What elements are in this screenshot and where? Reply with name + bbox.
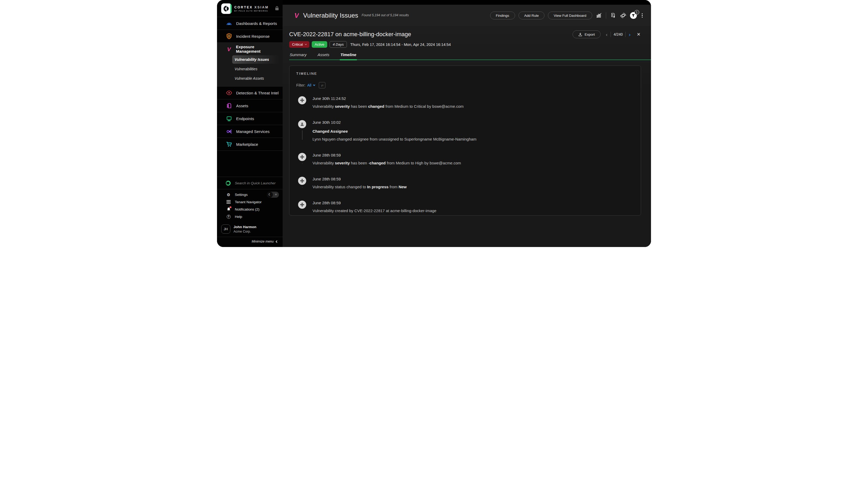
timeline-filter-select[interactable]: All xyxy=(307,83,315,87)
bell-icon xyxy=(226,207,231,211)
timeline-entry-body: Vulnerability severity has been -changed… xyxy=(313,161,461,165)
sidebar-item-incident-response[interactable]: Incident Response xyxy=(217,30,282,42)
managed-services-icon xyxy=(226,128,233,135)
help-icon: ? xyxy=(226,215,231,219)
timeline-entry-title: Changed Assignee xyxy=(313,129,477,133)
plus-icon xyxy=(298,201,306,209)
light-mode-sun-icon[interactable]: ☀ xyxy=(273,192,279,198)
timeline-entry: June 28th 08:59Vulnerability status chan… xyxy=(298,177,634,201)
page-title: Vulnerability Issues xyxy=(303,12,358,19)
sidebar-item-settings[interactable]: ⚙ Settings ☾ ☀ xyxy=(217,191,282,198)
dark-mode-moon-icon[interactable]: ☾ xyxy=(267,192,273,198)
grid-icon xyxy=(226,200,231,204)
app-window: CORTEX XSIAM BY PALO ALTO NETWORKS Dashb… xyxy=(217,0,651,247)
sidebar-item-dashboards-reports[interactable]: Dashboards & Reports xyxy=(217,17,282,30)
main-content: V Vulnerability Issues Found 5,194 out o… xyxy=(282,0,651,247)
timeline-entry-time: June 28th 08:59 xyxy=(313,177,407,181)
tab-timeline[interactable]: Timeline xyxy=(340,53,357,60)
sidebar-item-marketplace[interactable]: Marketplace xyxy=(217,138,282,151)
add-rule-button[interactable]: Add Rule xyxy=(518,12,545,19)
timeline-entry: June 28th 08:59Vulnerability created by … xyxy=(298,201,634,213)
sidebar-item-vulnerable-assets[interactable]: Vulnerable Assets xyxy=(232,74,279,82)
findings-button[interactable]: Findings xyxy=(490,12,515,19)
severity-badge[interactable]: Critical xyxy=(289,41,309,48)
refresh-icon[interactable] xyxy=(620,12,627,19)
sidebar-item-notifications[interactable]: Notifications (2) xyxy=(217,206,282,213)
top-strip xyxy=(282,0,651,5)
issue-detail-panel: CVE-2022-22817 on acme-billing-docker-im… xyxy=(282,26,651,247)
previous-record-icon[interactable]: ‹ xyxy=(605,32,608,37)
assets-icon xyxy=(226,102,233,109)
sidebar-item-tenant-navigator[interactable]: Tenant Navigator xyxy=(217,198,282,206)
minimize-menu-button[interactable]: Minimize menu xyxy=(217,237,282,247)
sort-order-button[interactable]: ↓↑ xyxy=(319,82,325,88)
chevron-down-icon xyxy=(305,43,307,45)
timeline-entry-body: Vulnerability status changed to In progr… xyxy=(313,185,407,189)
endpoints-icon xyxy=(226,115,233,122)
timeline-panel: TIMELINE Filter: All ↓↑ June 30th 11:24:… xyxy=(289,65,641,215)
filter-count-badge: 1 xyxy=(634,10,639,15)
timeline-entry: June 30th 11:24:52Vulnerability severity… xyxy=(298,96,634,120)
cortex-logo-icon xyxy=(221,3,232,14)
detection-icon xyxy=(226,90,233,96)
timeline-entry-body: Vulnerability severity has been changed … xyxy=(313,104,464,109)
quick-launcher-search[interactable]: Search in Quick Launcher xyxy=(217,177,282,189)
view-full-dashboard-button[interactable]: View Full Dashboard xyxy=(548,12,592,19)
sidebar-item-endpoints[interactable]: Endpoints xyxy=(217,112,282,125)
age-badge: 4 Days xyxy=(330,41,347,48)
theme-toggle[interactable]: ☾ ☀ xyxy=(267,192,279,198)
sidebar-item-detection-threat-intel[interactable]: Detection & Threat Intel xyxy=(217,87,282,99)
report-export-icon[interactable] xyxy=(610,12,616,19)
sidebar-item-vulnerability-issues[interactable]: Vulnerability Issues xyxy=(232,55,279,64)
timeline-entry: June 30th 10:02Changed AssigneeLynn Nguy… xyxy=(298,120,634,153)
vulnerability-shield-icon: V xyxy=(294,12,299,19)
tab-summary[interactable]: Summary xyxy=(289,53,307,59)
sidebar-item-assets[interactable]: Assets xyxy=(217,99,282,112)
tab-assets[interactable]: Assets xyxy=(317,53,330,59)
quick-launcher-placeholder: Search in Quick Launcher xyxy=(235,181,276,185)
results-count: Found 5,194 out of 5,194 results xyxy=(362,13,409,18)
gear-icon: ⚙ xyxy=(226,193,231,197)
user-profile[interactable]: JH John Harmon Acme Corp. xyxy=(217,221,282,237)
hide-chart-icon[interactable] xyxy=(596,12,603,19)
sidebar-item-managed-services[interactable]: Managed Services xyxy=(217,125,282,138)
lock-icon xyxy=(275,6,279,12)
filter-label: Filter: xyxy=(296,83,306,87)
plus-icon xyxy=(298,177,306,185)
timeline-entry-body: Lynn Nguyen changed assignee from unassi… xyxy=(313,137,477,141)
person-icon xyxy=(298,120,306,128)
incident-response-icon xyxy=(226,33,233,40)
close-icon[interactable]: ✕ xyxy=(636,31,642,38)
status-badge: Active xyxy=(312,41,327,48)
user-org: Acme Corp. xyxy=(234,230,256,233)
timeline-entry-time: June 30th 10:02 xyxy=(313,120,477,125)
sidebar-item-exposure-management[interactable]: V Exposure Management xyxy=(217,43,282,55)
dashboards-icon xyxy=(226,20,233,27)
timeline-entry: June 28th 08:59Vulnerability severity ha… xyxy=(298,153,634,177)
timeline-heading: TIMELINE xyxy=(296,72,634,76)
sidebar-item-vulnerabilities[interactable]: Vulnerabilities xyxy=(232,65,279,73)
user-name: John Harmon xyxy=(234,225,256,229)
next-record-icon[interactable]: › xyxy=(628,32,631,37)
issue-title: CVE-2022-22817 on acme-billing-docker-im… xyxy=(289,31,411,38)
brand: CORTEX XSIAM BY PALO ALTO NETWORKS xyxy=(217,0,282,17)
record-pager: ‹ 4/240 › xyxy=(605,32,631,37)
notification-dot xyxy=(229,206,232,208)
record-position: 4/240 xyxy=(613,32,623,36)
plus-icon xyxy=(298,153,306,161)
chevron-left-icon xyxy=(276,240,278,243)
avatar: JH xyxy=(221,225,230,234)
marketplace-icon xyxy=(226,141,233,148)
exposure-management-icon: V xyxy=(226,45,232,53)
more-options-icon[interactable] xyxy=(640,13,644,18)
timeline-entry-time: June 28th 08:59 xyxy=(313,153,461,157)
plus-icon xyxy=(298,96,306,104)
timeline-entry-body: Vulnerability created by CVE-2022-22817 … xyxy=(313,208,436,213)
filters-button[interactable]: 1 xyxy=(630,12,637,19)
date-range: Thurs, Feb 17, 2024 16:14:54 - Mon, Apr … xyxy=(350,42,451,47)
timeline-list: June 30th 11:24:52Vulnerability severity… xyxy=(296,96,634,213)
quick-launcher-icon xyxy=(226,180,230,186)
brand-title: CORTEX XSIAM xyxy=(234,5,274,9)
sidebar-item-help[interactable]: ? Help xyxy=(217,213,282,220)
export-button[interactable]: Export xyxy=(573,31,601,38)
